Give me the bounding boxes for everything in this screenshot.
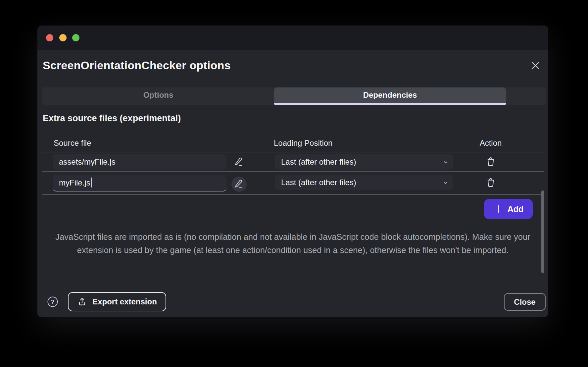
chevron-down-icon — [442, 159, 449, 166]
options-dialog-window: ScreenOrientationChecker options Options… — [37, 26, 548, 317]
help-text: JavaScript files are imported as is (no … — [51, 230, 535, 257]
edit-pencil-icon[interactable] — [233, 156, 245, 168]
add-button-label: Add — [508, 204, 524, 214]
section-heading: Extra source files (experimental) — [43, 113, 181, 124]
tab-bar: Options Dependencies — [42, 87, 546, 105]
traffic-light-minimize-icon[interactable] — [59, 34, 67, 41]
close-button[interactable]: Close — [504, 293, 546, 311]
source-file-value: assets/myFile.js — [59, 157, 116, 166]
table-header-divider — [42, 152, 544, 152]
source-file-input-focused[interactable]: myFile.js — [53, 175, 226, 191]
help-circle-icon[interactable]: ? — [47, 296, 58, 307]
add-button[interactable]: Add — [484, 199, 533, 219]
chevron-down-icon — [442, 180, 449, 186]
loading-position-select[interactable]: Last (after other files) — [275, 175, 453, 190]
text-cursor — [91, 178, 92, 187]
trash-icon[interactable] — [485, 177, 496, 188]
window-titlebar[interactable] — [37, 26, 548, 50]
column-header-loading-position: Loading Position — [274, 138, 332, 148]
column-header-action: Action — [466, 138, 515, 148]
trash-icon[interactable] — [485, 156, 496, 168]
screen: ScreenOrientationChecker options Options… — [0, 0, 588, 367]
vertical-scrollbar-thumb[interactable] — [541, 190, 544, 273]
plus-icon — [493, 204, 503, 214]
close-icon[interactable] — [530, 60, 541, 71]
export-extension-button[interactable]: Export extension — [68, 292, 166, 311]
tab-options[interactable]: Options — [42, 87, 274, 103]
loading-position-value: Last (after other files) — [281, 157, 356, 166]
source-file-input[interactable]: assets/myFile.js — [53, 154, 226, 170]
upload-icon — [77, 297, 87, 307]
column-header-source-file: Source file — [54, 138, 91, 148]
row-divider — [42, 171, 544, 172]
loading-position-select[interactable]: Last (after other files) — [275, 154, 453, 170]
traffic-light-zoom-icon[interactable] — [72, 34, 79, 41]
close-button-label: Close — [514, 297, 535, 307]
svg-text:?: ? — [51, 298, 55, 305]
export-extension-label: Export extension — [92, 297, 157, 306]
loading-position-value: Last (after other files) — [281, 178, 356, 187]
traffic-light-close-icon[interactable] — [46, 34, 53, 41]
tab-dependencies[interactable]: Dependencies — [274, 87, 506, 103]
dialog-title: ScreenOrientationChecker options — [43, 59, 231, 72]
row-divider — [42, 194, 544, 195]
active-tab-underline — [274, 103, 506, 105]
source-file-value: myFile.js — [59, 178, 90, 187]
edit-pencil-icon[interactable] — [231, 177, 247, 192]
